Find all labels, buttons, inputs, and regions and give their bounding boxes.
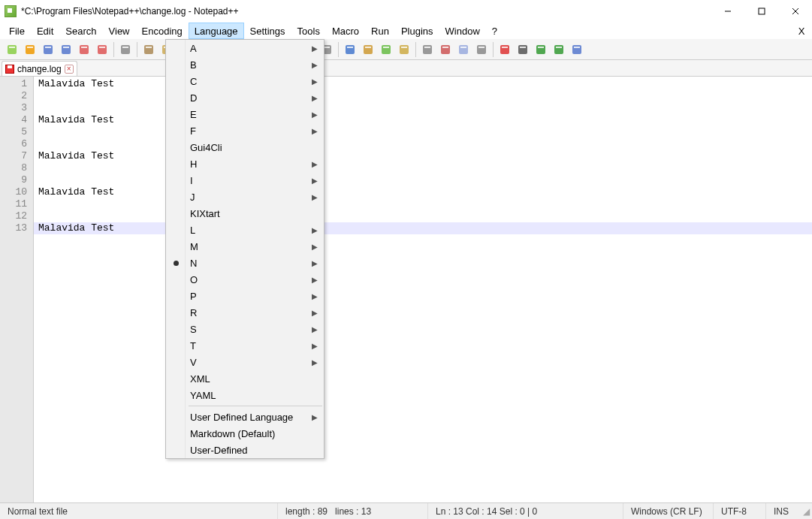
submenu-arrow-icon: ▶ [312, 309, 318, 317]
resize-grip[interactable]: ◢ [800, 506, 812, 517]
new-icon[interactable] [4, 41, 20, 58]
svg-rect-50 [459, 45, 468, 54]
menu-item-label: KIXtart [190, 208, 220, 219]
lang-menu-yaml[interactable]: YAML [166, 387, 324, 403]
menu-tools[interactable]: Tools [291, 23, 326, 39]
menu-item-label: I [190, 175, 193, 186]
line-number: 6 [0, 138, 27, 150]
doc-map-icon[interactable] [437, 41, 454, 58]
lang-menu-user-defined-language[interactable]: User Defined Language▶ [166, 409, 324, 425]
status-encoding[interactable]: UTF-8 [714, 503, 766, 519]
func-list-icon[interactable] [455, 41, 472, 58]
lang-menu-p[interactable]: P▶ [166, 288, 324, 304]
editor-line[interactable]: Malavida Test [34, 150, 812, 162]
svg-rect-13 [81, 47, 87, 48]
menu-item-label: E [190, 109, 197, 120]
text-editor[interactable]: Malavida TestMalavida TestMalavida TestM… [34, 77, 812, 502]
editor-line[interactable] [34, 138, 812, 150]
editor-line[interactable] [34, 102, 812, 114]
editor-line[interactable]: Malavida Test [34, 78, 812, 90]
play-icon[interactable] [533, 41, 549, 58]
svg-rect-46 [423, 45, 432, 54]
editor-line[interactable]: Malavida Test [34, 222, 812, 234]
editor-line[interactable] [34, 174, 812, 186]
editor-line[interactable] [34, 198, 812, 210]
menu-file[interactable]: File [3, 23, 31, 39]
udl-icon[interactable] [419, 41, 436, 58]
save-icon[interactable] [40, 41, 56, 58]
save-macro-icon[interactable] [569, 41, 585, 58]
lang-menu-gui4cli[interactable]: Gui4Cli [166, 139, 324, 155]
menu-search[interactable]: Search [59, 23, 102, 39]
wordwrap-icon[interactable] [342, 41, 358, 58]
editor-line[interactable]: Malavida Test [34, 114, 812, 126]
print-icon[interactable] [117, 41, 134, 58]
close-all-icon[interactable] [94, 41, 110, 58]
svg-rect-47 [424, 47, 430, 48]
save-all-icon[interactable] [58, 41, 74, 58]
minimize-button[interactable] [711, 0, 744, 23]
lang-menu-m[interactable]: M▶ [166, 238, 324, 255]
lang-menu-t[interactable]: T▶ [166, 337, 324, 354]
record-icon[interactable] [497, 41, 513, 58]
lang-menu-markdown-default-[interactable]: Markdown (Default) [166, 425, 324, 442]
close-button[interactable] [778, 0, 812, 23]
tab-change-log[interactable]: change.log × [2, 61, 77, 76]
menu-q[interactable]: ? [486, 23, 503, 39]
lang-menu-j[interactable]: J▶ [166, 189, 324, 205]
lang-menu-a[interactable]: A▶ [166, 40, 324, 56]
editor-line[interactable] [34, 126, 812, 138]
submenu-arrow-icon: ▶ [312, 292, 318, 300]
lang-menu-i[interactable]: I▶ [166, 172, 324, 189]
svg-rect-53 [478, 47, 484, 48]
menu-plugins[interactable]: Plugins [395, 23, 439, 39]
editor-line[interactable] [34, 210, 812, 222]
editor-line[interactable]: Malavida Test [34, 186, 812, 198]
lang-menu-xml[interactable]: XML [166, 370, 324, 387]
menu-language[interactable]: Language [189, 23, 244, 39]
open-icon[interactable] [22, 41, 38, 58]
lang-menu-c[interactable]: C▶ [166, 73, 324, 89]
show-all-icon[interactable] [360, 41, 376, 58]
menu-window[interactable]: Window [439, 23, 486, 39]
lang-menu-s[interactable]: S▶ [166, 321, 324, 337]
svg-rect-11 [63, 47, 69, 48]
editor-line[interactable] [34, 162, 812, 174]
menu-settings[interactable]: Settings [244, 23, 291, 39]
lang-menu-l[interactable]: L▶ [166, 222, 324, 238]
menu-encoding[interactable]: Encoding [136, 23, 189, 39]
lang-menu-o[interactable]: O▶ [166, 271, 324, 288]
lang-menu-user-defined[interactable]: User-Defined [166, 442, 324, 458]
menu-run[interactable]: Run [365, 23, 395, 39]
cut-icon[interactable] [140, 41, 157, 58]
lang-menu-d[interactable]: D▶ [166, 89, 324, 106]
lang-menu-h[interactable]: H▶ [166, 155, 324, 172]
maximize-button[interactable] [744, 0, 778, 23]
close-icon[interactable] [76, 41, 92, 58]
indent-guide-icon[interactable] [378, 41, 394, 58]
lang-menu-n[interactable]: N▶ [166, 255, 324, 271]
play-multi-icon[interactable] [551, 41, 567, 58]
lang-menu-kixtart[interactable]: KIXtart [166, 205, 324, 222]
status-eol[interactable]: Windows (CR LF) [623, 503, 714, 519]
lang-menu-v[interactable]: V▶ [166, 354, 324, 370]
line-number: 7 [0, 150, 27, 162]
folder-icon[interactable] [396, 41, 412, 58]
menu-edit[interactable]: Edit [31, 23, 59, 39]
submenu-arrow-icon: ▶ [312, 44, 318, 53]
tab-close-icon[interactable]: × [65, 65, 74, 74]
svg-rect-8 [44, 45, 53, 54]
menu-view[interactable]: View [103, 23, 136, 39]
lang-menu-r[interactable]: R▶ [166, 304, 324, 321]
lang-menu-b[interactable]: B▶ [166, 56, 324, 73]
status-insert-mode[interactable]: INS [766, 503, 800, 519]
stop-icon[interactable] [515, 41, 531, 58]
editor-line[interactable] [34, 90, 812, 102]
lang-menu-e[interactable]: E▶ [166, 106, 324, 122]
svg-rect-62 [572, 45, 581, 54]
doc-close-x[interactable]: X [794, 23, 809, 39]
line-number: 12 [0, 210, 27, 222]
lang-menu-f[interactable]: F▶ [166, 122, 324, 139]
menu-macro[interactable]: Macro [326, 23, 365, 39]
monitoring-icon[interactable] [473, 41, 490, 58]
